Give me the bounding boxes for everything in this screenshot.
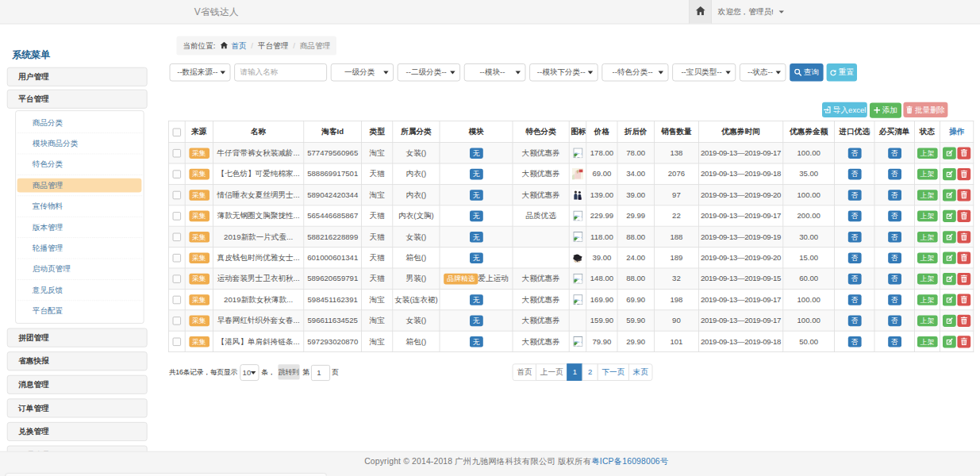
delete-button[interactable] xyxy=(957,294,970,305)
breadcrumb-home-link[interactable]: 首页 xyxy=(231,41,246,50)
page-size-select[interactable]: 10 xyxy=(240,364,259,381)
badge: 上架 xyxy=(917,252,938,263)
edit-button[interactable] xyxy=(943,294,956,305)
delete-button[interactable] xyxy=(957,336,970,347)
product-thumbnail xyxy=(572,168,583,179)
sidebar-subitem[interactable]: 平台配置 xyxy=(17,301,143,321)
type-cell: 天猫 xyxy=(362,226,393,247)
coupon-amount-cell: 60.00 xyxy=(783,268,835,289)
module-cell: 无 xyxy=(440,331,513,351)
page-number-input[interactable] xyxy=(311,365,330,381)
pager: 首页上一页12下一页末页 xyxy=(513,363,653,381)
item-type-select[interactable]: --宝贝类型-- xyxy=(672,63,736,81)
edit-button[interactable] xyxy=(943,168,956,180)
sales-cell: 188 xyxy=(654,226,698,247)
edit-button[interactable] xyxy=(943,251,956,263)
edit-button[interactable] xyxy=(943,147,956,159)
category2-select[interactable]: --二级分类-- xyxy=(398,63,460,81)
sidebar-item[interactable]: 省惠快报 xyxy=(7,351,148,370)
row-select-cell xyxy=(168,310,185,331)
row-checkbox[interactable] xyxy=(173,191,181,199)
feature-cell: 大额优惠券 xyxy=(513,289,569,309)
sidebar-subitem[interactable]: 启动页管理 xyxy=(17,259,143,279)
pager-item[interactable]: 上一页 xyxy=(536,363,567,381)
sidebar-item[interactable]: 订单管理 xyxy=(7,398,148,417)
sidebar-subitem[interactable]: 模块商品分类 xyxy=(17,133,143,154)
row-checkbox[interactable] xyxy=(173,338,181,346)
sidebar-item[interactable]: 消息管理 xyxy=(7,375,148,394)
delete-button[interactable] xyxy=(957,273,970,285)
edit-button[interactable] xyxy=(943,231,956,243)
edit-button[interactable] xyxy=(943,189,956,201)
edit-button[interactable] xyxy=(943,273,956,285)
home-button[interactable] xyxy=(689,0,712,24)
sidebar-item-users[interactable]: 用户管理 xyxy=(7,67,148,86)
reset-button[interactable]: 重置 xyxy=(827,63,857,81)
add-button[interactable]: 添加 xyxy=(870,102,901,117)
row-checkbox[interactable] xyxy=(173,171,181,178)
row-checkbox[interactable] xyxy=(173,254,181,262)
sidebar-item[interactable]: 拼团管理 xyxy=(7,328,148,347)
delete-button[interactable] xyxy=(957,314,970,326)
operations-cell xyxy=(940,143,973,163)
operations-cell xyxy=(940,163,973,184)
delete-button[interactable] xyxy=(957,231,970,243)
name-search-input[interactable] xyxy=(234,63,327,81)
discount-price-cell: 88.00 xyxy=(617,226,654,247)
sidebar-item[interactable]: 兑换管理 xyxy=(7,422,148,441)
user-menu[interactable]: 欢迎您，管理员! xyxy=(718,0,784,24)
module-sub-select[interactable]: --模块下分类-- xyxy=(529,63,598,81)
sidebar-subitem[interactable]: 版本管理 xyxy=(17,217,143,238)
delete-button[interactable] xyxy=(957,209,970,221)
edit-button[interactable] xyxy=(943,209,956,221)
sidebar-item-platform[interactable]: 平台管理 xyxy=(7,90,148,109)
filter-bar: --数据来源-- 一级分类 --二级分类-- --模块-- --模块下分类-- … xyxy=(170,63,974,81)
pager-item[interactable]: 末页 xyxy=(628,363,652,381)
row-checkbox[interactable] xyxy=(173,296,181,304)
status-cell: 上架 xyxy=(914,331,940,351)
data-source-select[interactable]: --数据来源-- xyxy=(170,63,231,81)
name-cell: 2019新款女秋薄款... xyxy=(213,289,303,309)
delete-button[interactable] xyxy=(957,168,970,180)
feature-select[interactable]: --特色分类-- xyxy=(601,63,668,81)
pager-current-page[interactable]: 1 xyxy=(567,363,582,381)
row-checkbox[interactable] xyxy=(173,317,181,324)
pager-item[interactable]: 首页 xyxy=(513,363,536,381)
status-cell: 上架 xyxy=(914,226,940,247)
status-select[interactable]: --状态-- xyxy=(740,63,786,81)
delete-button[interactable] xyxy=(957,147,970,159)
icp-link[interactable]: 粤ICP备16098006号 xyxy=(591,456,668,466)
sidebar-subitem[interactable]: 轮播管理 xyxy=(17,238,143,259)
sidebar-subitem[interactable]: 意见反馈 xyxy=(17,280,143,301)
row-checkbox[interactable] xyxy=(173,149,181,157)
jump-button[interactable]: 跳转到 xyxy=(278,364,299,379)
row-checkbox[interactable] xyxy=(173,275,181,283)
import-optional-cell: 否 xyxy=(835,310,874,331)
coupon-amount-cell: 100.00 xyxy=(783,289,835,309)
row-checkbox[interactable] xyxy=(173,212,181,220)
import-excel-button[interactable]: 导入excel xyxy=(822,102,867,117)
import-optional-cell: 否 xyxy=(835,289,874,309)
pager-item[interactable]: 下一页 xyxy=(598,363,629,381)
name-cell: 运动套装男士卫衣初秋... xyxy=(213,268,303,289)
module-select[interactable]: --模块-- xyxy=(464,63,526,81)
pager-item[interactable]: 2 xyxy=(582,363,598,381)
sidebar-subitem[interactable]: 宣传物料 xyxy=(17,196,143,217)
sidebar-subitem[interactable]: 商品分类 xyxy=(17,113,143,133)
badge: 品牌精选 xyxy=(444,273,478,284)
edit-button[interactable] xyxy=(943,314,956,326)
badge: 否 xyxy=(847,315,861,326)
edit-button[interactable] xyxy=(943,336,956,347)
badge: 否 xyxy=(847,294,861,305)
delete-button[interactable] xyxy=(957,189,970,201)
batch-delete-button[interactable]: 批量删除 xyxy=(903,102,947,117)
sidebar-subitem-active[interactable]: 商品管理 xyxy=(17,175,143,196)
coupon-time-cell: 2019-09-13—2019-09-20 xyxy=(698,184,782,205)
sidebar-subitem[interactable]: 特色分类 xyxy=(17,154,143,175)
delete-button[interactable] xyxy=(957,251,970,263)
category1-select[interactable]: 一级分类 xyxy=(331,63,394,81)
query-button[interactable]: 查询 xyxy=(790,63,823,81)
feature-cell xyxy=(513,248,569,268)
select-all-checkbox[interactable] xyxy=(173,128,181,136)
row-checkbox[interactable] xyxy=(173,233,181,241)
